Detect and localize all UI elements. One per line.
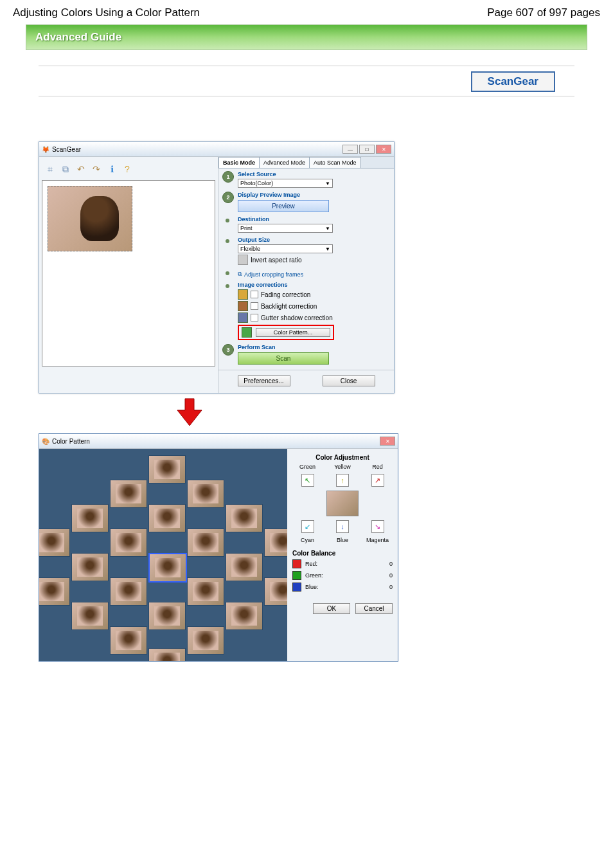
pattern-thumb[interactable] — [148, 648, 186, 661]
select-source-label: Select Source — [238, 171, 389, 177]
green-label: Green — [299, 464, 315, 470]
help-icon[interactable]: ? — [120, 162, 134, 176]
fading-icon — [238, 289, 248, 300]
crop-icon[interactable]: ⌗ — [43, 162, 57, 176]
adjust-red-button[interactable]: ↗ — [371, 474, 384, 487]
autocrop-icon[interactable]: ⧉ — [58, 162, 73, 176]
cancel-button[interactable]: Cancel — [355, 603, 393, 614]
adjust-green-button[interactable]: ↖ — [301, 474, 314, 487]
palette-icon: 🎨 — [42, 438, 49, 445]
pattern-thumb[interactable] — [71, 553, 109, 581]
app-icon: 🦊 — [42, 146, 49, 153]
pattern-thumb[interactable] — [187, 626, 224, 655]
scangear-link-box[interactable]: ScanGear — [471, 71, 555, 92]
info-icon[interactable]: ℹ — [105, 162, 119, 176]
adjust-cropping-label: Adjust cropping frames — [244, 271, 303, 278]
scan-button[interactable]: Scan — [238, 352, 329, 365]
backlight-checkbox[interactable] — [251, 302, 258, 310]
bullet-icon — [226, 271, 229, 275]
pattern-thumb[interactable] — [110, 626, 147, 655]
red-label: Red — [372, 464, 383, 470]
preview-button[interactable]: Preview — [238, 200, 329, 212]
pattern-thumb[interactable] — [39, 577, 70, 606]
green-swatch-icon — [292, 571, 301, 580]
pattern-thumb-selected[interactable] — [148, 553, 187, 583]
backlight-icon — [238, 301, 248, 311]
ok-button[interactable]: OK — [313, 603, 350, 614]
pattern-thumb[interactable] — [110, 480, 147, 508]
gutter-label: Gutter shadow correction — [261, 314, 333, 321]
select-source-combo[interactable]: Photo(Color) ▼ — [238, 179, 333, 188]
magenta-label: Magenta — [366, 537, 389, 543]
perform-scan-label: Perform Scan — [238, 344, 389, 350]
pattern-thumb[interactable] — [71, 602, 109, 630]
color-balance-blue-value: 0 — [389, 584, 393, 590]
pattern-thumb[interactable] — [226, 553, 263, 581]
tab-advanced-mode[interactable]: Advanced Mode — [259, 157, 310, 168]
page-number: Page 607 of 997 pages — [487, 6, 600, 19]
gutter-icon — [238, 312, 248, 323]
gutter-checkbox[interactable] — [251, 314, 258, 321]
scangear-window: 🦊 ScanGear — □ ✕ ⌗ ⧉ ↶ ↷ ℹ ? — [39, 141, 395, 393]
cyan-label: Cyan — [301, 537, 314, 543]
rotate-left-icon[interactable]: ↶ — [74, 162, 88, 176]
image-corrections-label: Image corrections — [238, 282, 389, 288]
window-title: Color Pattern — [52, 438, 90, 445]
preferences-button[interactable]: Preferences... — [238, 375, 290, 386]
fading-checkbox[interactable] — [251, 291, 258, 298]
pattern-thumb[interactable] — [110, 577, 147, 606]
adjust-magenta-button[interactable]: ↘ — [371, 520, 384, 533]
color-balance-title: Color Balance — [292, 550, 393, 557]
page-title: Adjusting Colors Using a Color Pattern — [13, 6, 200, 19]
invert-ratio-icon[interactable] — [238, 255, 248, 265]
adjustment-preview — [326, 491, 359, 516]
step-2-badge: 2 — [222, 192, 234, 203]
adjust-cyan-button[interactable]: ↙ — [301, 520, 314, 533]
adjust-cropping-link[interactable]: ⧉ Adjust cropping frames — [238, 271, 389, 278]
pattern-thumb[interactable] — [264, 529, 287, 557]
window-title: ScanGear — [52, 146, 81, 153]
output-size-combo[interactable]: Flexible ▼ — [238, 244, 333, 253]
step-3-badge: 3 — [222, 344, 234, 356]
crop-frame[interactable] — [48, 186, 132, 251]
close-dialog-button[interactable]: Close — [323, 375, 375, 386]
color-pattern-button[interactable]: Color Pattern... — [256, 328, 330, 337]
pattern-thumb[interactable] — [71, 504, 109, 532]
tab-auto-scan-mode[interactable]: Auto Scan Mode — [309, 157, 361, 168]
close-button[interactable]: ✕ — [376, 145, 391, 154]
pattern-thumb[interactable] — [148, 455, 186, 484]
bullet-icon — [226, 239, 229, 243]
minimize-button[interactable]: — — [342, 145, 358, 154]
preview-area[interactable] — [42, 180, 215, 366]
crop-tool-icon: ⧉ — [238, 271, 242, 278]
color-balance-green-label: Green: — [305, 572, 331, 579]
close-button[interactable]: ✕ — [380, 437, 395, 446]
destination-combo[interactable]: Print ▼ — [238, 224, 333, 233]
tab-basic-mode[interactable]: Basic Mode — [218, 157, 260, 168]
pattern-thumb[interactable] — [226, 602, 263, 630]
pattern-thumb[interactable] — [148, 504, 186, 532]
pattern-thumb[interactable] — [187, 529, 224, 557]
rotate-right-icon[interactable]: ↷ — [89, 162, 103, 176]
pattern-thumb[interactable] — [39, 529, 70, 557]
color-adjustment-title: Color Adjustment — [292, 454, 393, 461]
advanced-guide-bar: Advanced Guide — [26, 24, 587, 50]
yellow-label: Yellow — [334, 464, 351, 470]
pattern-thumb[interactable] — [187, 577, 224, 606]
blue-swatch-icon — [292, 583, 301, 592]
pattern-thumb[interactable] — [148, 602, 186, 630]
pattern-thumb[interactable] — [264, 577, 287, 606]
maximize-button[interactable]: □ — [359, 145, 375, 154]
destination-value: Print — [240, 225, 253, 231]
pattern-preview-area — [39, 449, 287, 661]
adjust-yellow-button[interactable]: ↑ — [336, 474, 349, 487]
color-balance-red-value: 0 — [389, 561, 393, 567]
pattern-thumb[interactable] — [226, 504, 263, 532]
pattern-thumb[interactable] — [187, 480, 224, 508]
destination-label: Destination — [238, 216, 389, 222]
blue-label: Blue — [337, 537, 348, 543]
pattern-thumb[interactable] — [110, 529, 147, 557]
color-pattern-icon — [242, 327, 252, 338]
display-preview-label: Display Preview Image — [238, 192, 389, 198]
adjust-blue-button[interactable]: ↓ — [336, 520, 349, 533]
